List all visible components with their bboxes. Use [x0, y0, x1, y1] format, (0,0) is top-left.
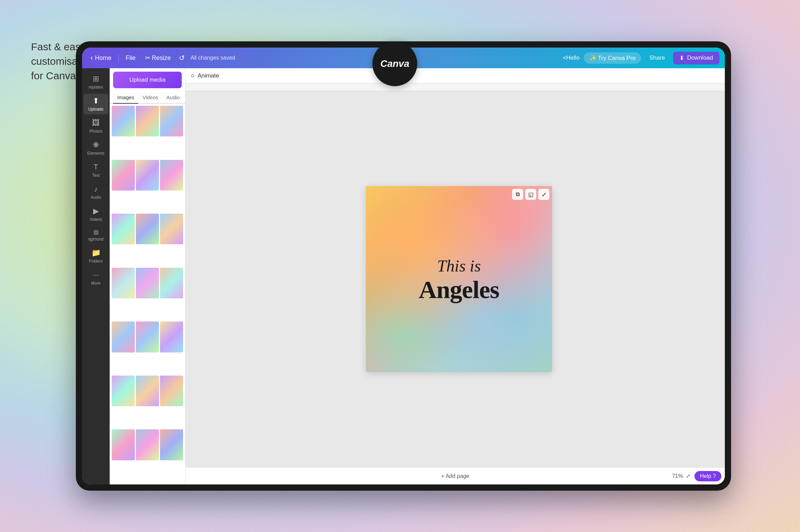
list-item[interactable] [112, 214, 135, 244]
upload-media-button[interactable]: Upload media [113, 72, 182, 88]
canvas-text-this-is: This is [419, 256, 499, 276]
sidebar-item-uploads[interactable]: ⬆ Uploads [83, 94, 108, 114]
scissors-icon: ✂ [145, 54, 150, 62]
list-item[interactable] [136, 429, 159, 460]
list-item[interactable] [112, 321, 135, 352]
canvas-action-btn-1[interactable]: ⧉ [512, 189, 523, 200]
sidebar-item-videos[interactable]: ▶ Videos [83, 204, 108, 225]
canvas-workspace: ⧉ ◱ ⤢ This is Angeles [186, 91, 725, 467]
elements-icon: ❋ [93, 141, 99, 150]
list-item[interactable] [160, 321, 183, 352]
sidebar-item-folders[interactable]: 📁 Folders [83, 246, 108, 266]
list-item[interactable] [160, 268, 183, 298]
list-item[interactable] [160, 160, 183, 191]
list-item[interactable] [112, 160, 135, 191]
download-icon: ⬇ [679, 54, 684, 62]
templates-label: mplates [89, 85, 103, 90]
text-label: Text [92, 173, 100, 178]
list-item[interactable] [160, 429, 183, 460]
more-label: More [91, 281, 100, 286]
home-label: Home [95, 54, 111, 62]
uploads-label: Uploads [88, 107, 103, 112]
main-content: ⊞ mplates ⬆ Uploads 🖼 Photos ❋ Elements … [82, 68, 725, 484]
canvas-text-block: This is Angeles [412, 249, 506, 309]
sidebar-item-text[interactable]: T Text [83, 160, 108, 181]
tab-audio[interactable]: Audio [162, 92, 184, 104]
top-ruler [186, 83, 725, 91]
help-button[interactable]: Help ? [694, 471, 721, 481]
tablet-screen: Home File ✂ Resize ↺ All changes saved <… [82, 48, 725, 484]
try-pro-button[interactable]: ✨ Try Canva Pro [584, 52, 641, 64]
sidebar-item-audio[interactable]: ♪ Audio [83, 182, 108, 203]
list-item[interactable] [160, 106, 183, 136]
elements-label: Elements [87, 151, 104, 156]
design-canvas[interactable]: ⧉ ◱ ⤢ This is Angeles [366, 186, 552, 372]
list-item[interactable] [160, 376, 183, 406]
sidebar-icons: ⊞ mplates ⬆ Uploads 🖼 Photos ❋ Elements … [82, 68, 110, 484]
download-label: Download [687, 54, 713, 61]
sidebar-item-background[interactable]: ▨ qground [83, 226, 108, 244]
zoom-value: 71% [672, 473, 683, 479]
sidebar-item-photos[interactable]: 🖼 Photos [83, 116, 108, 136]
more-icon: ··· [93, 270, 99, 279]
image-grid [110, 104, 185, 484]
folders-icon: 📁 [91, 248, 101, 257]
tablet-device: Home File ✂ Resize ↺ All changes saved <… [76, 41, 731, 491]
share-button[interactable]: Share [645, 52, 669, 63]
list-item[interactable] [160, 214, 183, 244]
tab-images[interactable]: Images [113, 92, 138, 104]
canvas-inner: ⧉ ◱ ⤢ This is Angeles [193, 186, 725, 372]
canvas-text-angeles: Angeles [419, 277, 499, 302]
sidebar-item-templates[interactable]: ⊞ mplates [83, 72, 108, 92]
canvas-action-btn-2[interactable]: ◱ [525, 189, 536, 200]
zoom-expand-icon[interactable]: ⤢ [686, 473, 690, 479]
zoom-control: 71% ⤢ [672, 473, 690, 479]
folders-label: Folders [89, 259, 103, 264]
file-button[interactable]: File [123, 53, 138, 63]
text-icon: T [93, 163, 98, 172]
animate-bar: ○ Animate [186, 68, 725, 83]
canvas-area: ○ Animate ⧉ ◱ ⤢ [186, 68, 725, 484]
upload-tabs: Images Videos Audio [110, 92, 185, 104]
upload-panel: Upload media Images Videos Audio [110, 68, 186, 484]
animate-icon: ○ [191, 72, 195, 79]
list-item[interactable] [112, 376, 135, 406]
audio-icon: ♪ [94, 185, 98, 194]
add-page-button[interactable]: + Add page [441, 473, 469, 479]
list-item[interactable] [136, 214, 159, 244]
sidebar-item-elements[interactable]: ❋ Elements [83, 138, 108, 158]
canva-logo-text: Canva [380, 58, 409, 69]
home-button[interactable]: Home [88, 52, 114, 64]
hello-label: <Hello [563, 54, 580, 61]
download-button[interactable]: ⬇ Download [673, 52, 719, 64]
animate-label[interactable]: Animate [198, 72, 219, 79]
undo-button[interactable]: ↺ [178, 52, 186, 63]
list-item[interactable] [112, 106, 135, 136]
uploads-icon: ⬆ [93, 96, 99, 105]
header-right-section: <Hello ✨ Try Canva Pro Share ⬇ Download [563, 52, 719, 64]
photos-icon: 🖼 [92, 119, 100, 127]
background-icon: ▨ [93, 229, 99, 235]
background-label: qground [88, 237, 103, 242]
canva-logo: Canva [372, 41, 417, 86]
audio-label: Audio [91, 195, 101, 200]
list-item[interactable] [136, 268, 159, 298]
videos-icon: ▶ [93, 207, 99, 216]
videos-label: Videos [90, 217, 102, 222]
tab-videos[interactable]: Videos [138, 92, 162, 104]
list-item[interactable] [112, 429, 135, 460]
list-item[interactable] [136, 321, 159, 352]
canvas-action-btn-3[interactable]: ⤢ [538, 189, 549, 200]
sidebar-item-more[interactable]: ··· More [83, 268, 108, 288]
templates-icon: ⊞ [93, 74, 99, 83]
canvas-actions: ⧉ ◱ ⤢ [512, 189, 549, 200]
list-item[interactable] [136, 106, 159, 136]
resize-button[interactable]: ✂ Resize [142, 53, 173, 63]
bottom-bar: + Add page 71% ⤢ Help ? [186, 467, 725, 484]
resize-label: Resize [152, 54, 171, 62]
list-item[interactable] [112, 268, 135, 298]
list-item[interactable] [136, 160, 159, 191]
list-item[interactable] [136, 376, 159, 406]
header-divider [118, 54, 119, 62]
photos-label: Photos [89, 129, 102, 134]
